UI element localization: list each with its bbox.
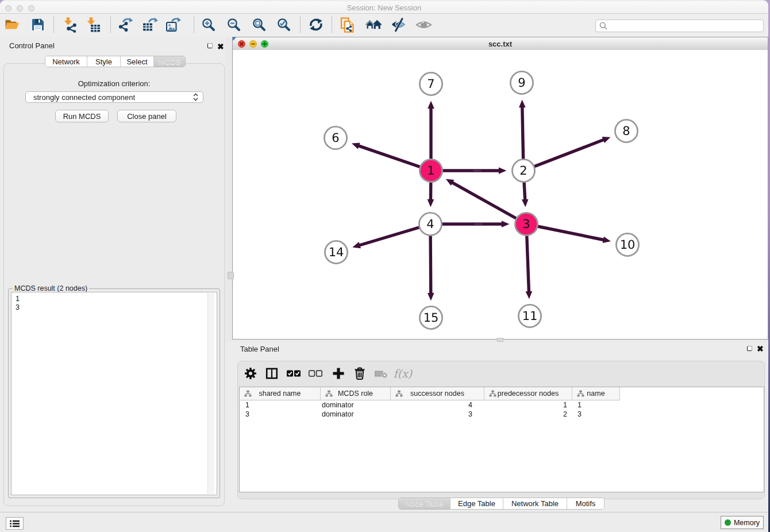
hide-selected-button[interactable] [390, 15, 410, 34]
node-label-1: 1 [427, 164, 434, 178]
houses-icon [365, 17, 382, 33]
clone-network-button[interactable] [337, 15, 356, 34]
control-tab-select[interactable]: Select [121, 56, 154, 67]
cell-predecessor-nodes[interactable]: 2 [484, 410, 567, 418]
import-table-button[interactable] [83, 15, 103, 34]
control-panel-float-button[interactable] [207, 43, 213, 48]
table-tab-motifs[interactable]: Motifs [567, 498, 604, 509]
mcds-result-scrollbar[interactable] [207, 293, 214, 494]
control-panel-tabs: NetworkStyleSelectMCDS [45, 56, 186, 67]
criterion-value: strongly connected component [33, 93, 135, 102]
cell-successor-nodes[interactable]: 4 [391, 401, 472, 409]
plus-icon [332, 367, 345, 380]
table-tab-edge-table[interactable]: Edge Table [451, 498, 503, 509]
control-panel-title: Control Panel [9, 41, 55, 50]
control-tab-style[interactable]: Style [87, 56, 121, 67]
arrowhead-1-4 [428, 199, 434, 207]
control-panel-close-button[interactable]: ✖ [217, 44, 224, 49]
control-tab-mcds[interactable]: MCDS [154, 56, 185, 67]
network-view-window: scc.txt 7968124314101511 [232, 37, 768, 340]
export-table-button[interactable] [140, 15, 160, 34]
zoom-selected-icon [276, 17, 292, 33]
select-all-button[interactable] [285, 365, 302, 382]
edge-2-8[interactable] [523, 140, 605, 171]
column-header-shared-name[interactable]: shared name [240, 387, 321, 400]
horizontal-splitter-handle[interactable] [497, 338, 503, 342]
zoom-out-button[interactable] [224, 15, 244, 34]
run-mcds-button[interactable]: Run MCDS [55, 110, 109, 122]
export-network-button[interactable] [116, 15, 135, 34]
save-session-button[interactable] [28, 15, 48, 34]
window-titlebar: Session: New Session [0, 1, 768, 14]
network-canvas[interactable]: 7968124314101511 [233, 50, 768, 339]
table-panel-tabs: Node TableEdge TableNetwork TableMotifs [398, 498, 605, 510]
table-tab-network-table[interactable]: Network Table [503, 498, 567, 509]
checked-boxes-icon [286, 367, 301, 380]
search-field[interactable] [595, 20, 764, 32]
deselect-all-button[interactable] [307, 365, 324, 382]
function-builder-button[interactable]: f(x) [391, 365, 415, 382]
cell-MCDS-role[interactable]: dominator [322, 401, 391, 409]
mcds-result-lines: 1 3 [16, 295, 20, 311]
export-image-button[interactable] [163, 15, 183, 34]
show-selected-button[interactable] [414, 15, 434, 34]
table-panel-close-button[interactable]: ✖ [757, 346, 764, 352]
delete-table-button[interactable] [372, 365, 390, 382]
table-tab-node-table[interactable]: Node Table [399, 498, 451, 509]
column-header-successor-nodes[interactable]: successor nodes [391, 387, 484, 400]
arrowhead-1-7 [428, 101, 434, 109]
arrowhead-1-2 [499, 167, 507, 174]
network-window-title: scc.txt [233, 40, 768, 48]
cell-shared-name[interactable]: 1 [245, 401, 321, 409]
criterion-dropdown[interactable]: strongly connected component [25, 91, 203, 103]
edge-label-mark [473, 170, 482, 171]
create-column-button[interactable] [330, 365, 347, 382]
toolbar-separator [194, 17, 194, 33]
table-panel-container: f(x) shared nameMCDS rolesuccessor nodes… [237, 361, 765, 499]
open-session-button[interactable] [2, 15, 22, 34]
delete-column-button[interactable] [351, 365, 368, 382]
clone-network-icon [338, 17, 355, 33]
cell-name[interactable]: 3 [578, 410, 620, 418]
task-history-button[interactable] [6, 517, 24, 530]
control-panel: Control Panel ✖ NetworkStyleSelectMCDS O… [0, 37, 225, 512]
column-header-predecessor-nodes[interactable]: predecessor nodes [484, 387, 572, 400]
node-label-3: 3 [522, 217, 530, 231]
close-panel-button[interactable]: Close panel [117, 110, 176, 122]
table-panel-float-button[interactable] [747, 346, 752, 351]
cell-successor-nodes[interactable]: 3 [391, 410, 472, 418]
cell-MCDS-role[interactable]: dominator [322, 410, 391, 418]
arrowhead-3-11 [526, 291, 533, 299]
zoom-selected-button[interactable] [274, 15, 294, 34]
cell-shared-name[interactable]: 3 [245, 410, 321, 418]
column-settings-button[interactable] [242, 365, 259, 382]
import-network-icon [62, 17, 78, 33]
cell-predecessor-nodes[interactable]: 1 [484, 401, 567, 409]
column-header-name[interactable]: name [572, 387, 620, 400]
show-all-networks-button[interactable] [364, 15, 383, 34]
edge-label-mark [475, 223, 483, 225]
zoom-in-button[interactable] [199, 15, 218, 34]
memory-button[interactable]: Memory [721, 516, 764, 529]
gear-icon [244, 367, 257, 380]
arrowhead-1-6 [352, 143, 360, 149]
optimization-criterion-label: Optimization criterion: [4, 79, 224, 88]
control-tab-network[interactable]: Network [45, 56, 87, 67]
unchecked-boxes-icon [308, 367, 323, 380]
zoom-fit-icon [251, 17, 267, 33]
vertical-splitter-handle[interactable] [228, 272, 234, 279]
toggle-split-view-button[interactable] [263, 365, 280, 382]
columns-icon [265, 367, 279, 380]
import-network-button[interactable] [60, 15, 80, 34]
open-folder-icon [4, 17, 20, 33]
mcds-result-textarea[interactable]: 1 3 [11, 292, 217, 495]
apply-layout-button[interactable] [306, 15, 326, 34]
network-window-titlebar[interactable]: scc.txt [233, 37, 768, 51]
column-header-MCDS-role[interactable]: MCDS role [321, 387, 391, 400]
zoom-fit-button[interactable] [249, 15, 269, 34]
cell-name[interactable]: 1 [578, 401, 620, 409]
node-label-11: 11 [522, 309, 538, 323]
edge-3-1[interactable] [452, 182, 526, 224]
export-image-icon [165, 17, 181, 33]
node-table[interactable]: shared nameMCDS rolesuccessor nodesprede… [239, 387, 764, 492]
